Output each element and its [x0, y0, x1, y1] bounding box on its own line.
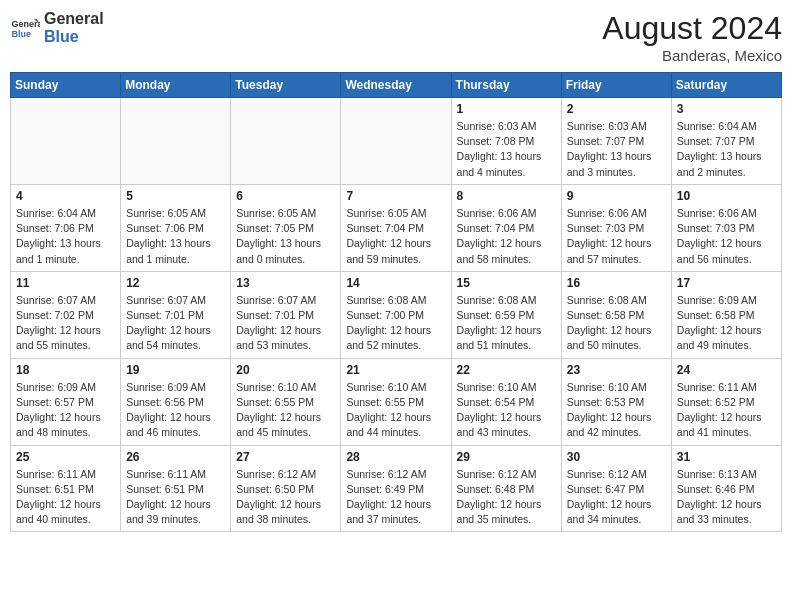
day-info: Sunrise: 6:07 AMSunset: 7:01 PMDaylight:…	[126, 293, 225, 354]
calendar-cell: 5Sunrise: 6:05 AMSunset: 7:06 PMDaylight…	[121, 184, 231, 271]
calendar-cell: 16Sunrise: 6:08 AMSunset: 6:58 PMDayligh…	[561, 271, 671, 358]
day-number: 9	[567, 189, 666, 203]
calendar-cell	[341, 98, 451, 185]
day-info: Sunrise: 6:09 AMSunset: 6:58 PMDaylight:…	[677, 293, 776, 354]
day-info: Sunrise: 6:05 AMSunset: 7:04 PMDaylight:…	[346, 206, 445, 267]
day-number: 16	[567, 276, 666, 290]
calendar-cell: 21Sunrise: 6:10 AMSunset: 6:55 PMDayligh…	[341, 358, 451, 445]
logo-blue: Blue	[44, 28, 104, 46]
day-info: Sunrise: 6:04 AMSunset: 7:06 PMDaylight:…	[16, 206, 115, 267]
day-number: 18	[16, 363, 115, 377]
day-number: 1	[457, 102, 556, 116]
day-header-saturday: Saturday	[671, 73, 781, 98]
day-info: Sunrise: 6:06 AMSunset: 7:03 PMDaylight:…	[677, 206, 776, 267]
day-number: 28	[346, 450, 445, 464]
day-number: 17	[677, 276, 776, 290]
calendar-cell: 9Sunrise: 6:06 AMSunset: 7:03 PMDaylight…	[561, 184, 671, 271]
calendar-cell: 20Sunrise: 6:10 AMSunset: 6:55 PMDayligh…	[231, 358, 341, 445]
day-info: Sunrise: 6:10 AMSunset: 6:54 PMDaylight:…	[457, 380, 556, 441]
day-info: Sunrise: 6:08 AMSunset: 6:59 PMDaylight:…	[457, 293, 556, 354]
logo-general: General	[44, 10, 104, 28]
calendar-cell: 2Sunrise: 6:03 AMSunset: 7:07 PMDaylight…	[561, 98, 671, 185]
week-row-3: 11Sunrise: 6:07 AMSunset: 7:02 PMDayligh…	[11, 271, 782, 358]
calendar-cell: 31Sunrise: 6:13 AMSunset: 6:46 PMDayligh…	[671, 445, 781, 532]
calendar-cell: 1Sunrise: 6:03 AMSunset: 7:08 PMDaylight…	[451, 98, 561, 185]
day-number: 30	[567, 450, 666, 464]
day-number: 3	[677, 102, 776, 116]
day-number: 27	[236, 450, 335, 464]
day-info: Sunrise: 6:08 AMSunset: 7:00 PMDaylight:…	[346, 293, 445, 354]
day-number: 21	[346, 363, 445, 377]
calendar-cell: 29Sunrise: 6:12 AMSunset: 6:48 PMDayligh…	[451, 445, 561, 532]
calendar-cell: 27Sunrise: 6:12 AMSunset: 6:50 PMDayligh…	[231, 445, 341, 532]
calendar-cell: 23Sunrise: 6:10 AMSunset: 6:53 PMDayligh…	[561, 358, 671, 445]
day-info: Sunrise: 6:06 AMSunset: 7:04 PMDaylight:…	[457, 206, 556, 267]
day-info: Sunrise: 6:08 AMSunset: 6:58 PMDaylight:…	[567, 293, 666, 354]
day-number: 11	[16, 276, 115, 290]
week-row-5: 25Sunrise: 6:11 AMSunset: 6:51 PMDayligh…	[11, 445, 782, 532]
day-info: Sunrise: 6:05 AMSunset: 7:06 PMDaylight:…	[126, 206, 225, 267]
day-number: 13	[236, 276, 335, 290]
day-info: Sunrise: 6:03 AMSunset: 7:08 PMDaylight:…	[457, 119, 556, 180]
calendar-cell: 22Sunrise: 6:10 AMSunset: 6:54 PMDayligh…	[451, 358, 561, 445]
day-number: 19	[126, 363, 225, 377]
calendar-cell: 15Sunrise: 6:08 AMSunset: 6:59 PMDayligh…	[451, 271, 561, 358]
day-number: 20	[236, 363, 335, 377]
calendar-cell: 6Sunrise: 6:05 AMSunset: 7:05 PMDaylight…	[231, 184, 341, 271]
day-info: Sunrise: 6:12 AMSunset: 6:49 PMDaylight:…	[346, 467, 445, 528]
day-info: Sunrise: 6:04 AMSunset: 7:07 PMDaylight:…	[677, 119, 776, 180]
day-info: Sunrise: 6:07 AMSunset: 7:01 PMDaylight:…	[236, 293, 335, 354]
calendar-cell	[231, 98, 341, 185]
calendar-cell: 25Sunrise: 6:11 AMSunset: 6:51 PMDayligh…	[11, 445, 121, 532]
week-row-1: 1Sunrise: 6:03 AMSunset: 7:08 PMDaylight…	[11, 98, 782, 185]
calendar-cell: 10Sunrise: 6:06 AMSunset: 7:03 PMDayligh…	[671, 184, 781, 271]
day-info: Sunrise: 6:06 AMSunset: 7:03 PMDaylight:…	[567, 206, 666, 267]
day-number: 24	[677, 363, 776, 377]
day-number: 7	[346, 189, 445, 203]
calendar-cell: 24Sunrise: 6:11 AMSunset: 6:52 PMDayligh…	[671, 358, 781, 445]
day-info: Sunrise: 6:11 AMSunset: 6:51 PMDaylight:…	[126, 467, 225, 528]
calendar-cell	[11, 98, 121, 185]
calendar-cell: 28Sunrise: 6:12 AMSunset: 6:49 PMDayligh…	[341, 445, 451, 532]
calendar-cell: 8Sunrise: 6:06 AMSunset: 7:04 PMDaylight…	[451, 184, 561, 271]
calendar-cell: 14Sunrise: 6:08 AMSunset: 7:00 PMDayligh…	[341, 271, 451, 358]
week-row-4: 18Sunrise: 6:09 AMSunset: 6:57 PMDayligh…	[11, 358, 782, 445]
day-info: Sunrise: 6:11 AMSunset: 6:52 PMDaylight:…	[677, 380, 776, 441]
day-info: Sunrise: 6:09 AMSunset: 6:57 PMDaylight:…	[16, 380, 115, 441]
day-header-friday: Friday	[561, 73, 671, 98]
page-header: General Blue General Blue August 2024 Ba…	[10, 10, 782, 64]
day-number: 14	[346, 276, 445, 290]
calendar-cell: 18Sunrise: 6:09 AMSunset: 6:57 PMDayligh…	[11, 358, 121, 445]
day-info: Sunrise: 6:10 AMSunset: 6:55 PMDaylight:…	[346, 380, 445, 441]
day-info: Sunrise: 6:05 AMSunset: 7:05 PMDaylight:…	[236, 206, 335, 267]
day-number: 4	[16, 189, 115, 203]
day-info: Sunrise: 6:10 AMSunset: 6:55 PMDaylight:…	[236, 380, 335, 441]
day-info: Sunrise: 6:12 AMSunset: 6:48 PMDaylight:…	[457, 467, 556, 528]
day-number: 29	[457, 450, 556, 464]
calendar-cell: 3Sunrise: 6:04 AMSunset: 7:07 PMDaylight…	[671, 98, 781, 185]
calendar-cell: 11Sunrise: 6:07 AMSunset: 7:02 PMDayligh…	[11, 271, 121, 358]
logo: General Blue General Blue	[10, 10, 104, 46]
day-number: 25	[16, 450, 115, 464]
calendar-cell: 17Sunrise: 6:09 AMSunset: 6:58 PMDayligh…	[671, 271, 781, 358]
day-info: Sunrise: 6:11 AMSunset: 6:51 PMDaylight:…	[16, 467, 115, 528]
day-header-wednesday: Wednesday	[341, 73, 451, 98]
calendar-table: SundayMondayTuesdayWednesdayThursdayFrid…	[10, 72, 782, 532]
calendar-cell	[121, 98, 231, 185]
month-year: August 2024	[602, 10, 782, 47]
day-number: 26	[126, 450, 225, 464]
title-block: August 2024 Banderas, Mexico	[602, 10, 782, 64]
day-number: 12	[126, 276, 225, 290]
day-number: 8	[457, 189, 556, 203]
calendar-cell: 26Sunrise: 6:11 AMSunset: 6:51 PMDayligh…	[121, 445, 231, 532]
day-number: 2	[567, 102, 666, 116]
day-info: Sunrise: 6:03 AMSunset: 7:07 PMDaylight:…	[567, 119, 666, 180]
calendar-cell: 4Sunrise: 6:04 AMSunset: 7:06 PMDaylight…	[11, 184, 121, 271]
day-number: 6	[236, 189, 335, 203]
day-header-sunday: Sunday	[11, 73, 121, 98]
calendar-cell: 30Sunrise: 6:12 AMSunset: 6:47 PMDayligh…	[561, 445, 671, 532]
day-header-thursday: Thursday	[451, 73, 561, 98]
day-number: 22	[457, 363, 556, 377]
week-row-2: 4Sunrise: 6:04 AMSunset: 7:06 PMDaylight…	[11, 184, 782, 271]
day-number: 31	[677, 450, 776, 464]
